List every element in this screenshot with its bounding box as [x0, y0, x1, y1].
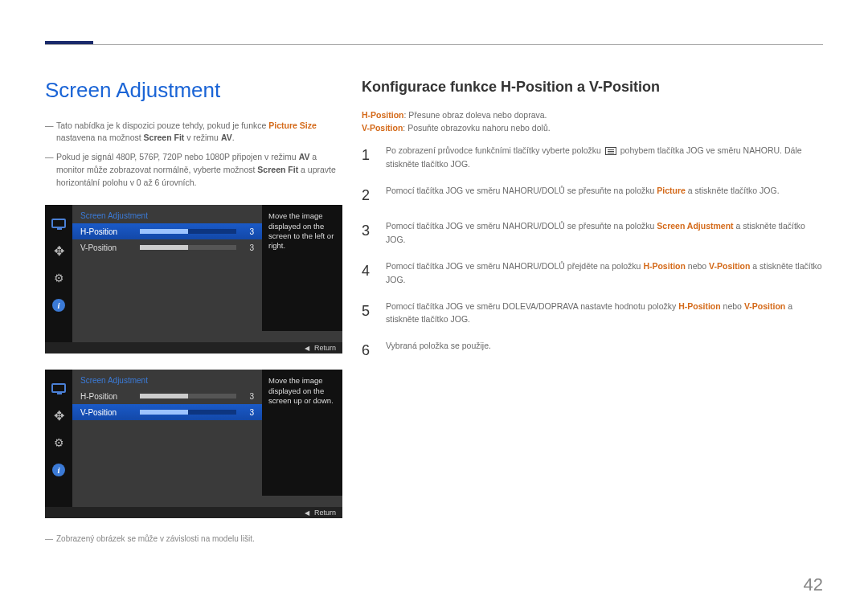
text: nastavena na možnost: [56, 133, 144, 142]
keyword: Screen Fit: [257, 165, 298, 174]
value: 3: [236, 243, 254, 252]
osd-row-vposition: V-Position 3: [72, 404, 262, 420]
step-number: 1: [362, 144, 375, 167]
keyword: H-Position: [362, 110, 404, 120]
step-number: 2: [362, 184, 375, 207]
keyword: V-Position: [709, 261, 750, 271]
text: nebo: [721, 301, 744, 311]
keyword: AV: [299, 152, 310, 161]
step-1: 1 Po zobrazení průvodce funkčními tlačít…: [362, 144, 823, 171]
gear-icon: ⚙: [50, 434, 68, 452]
step-5: 5 Pomocí tlačítka JOG ve směru DOLEVA/DO…: [362, 300, 823, 327]
text: : Přesune obraz doleva nebo doprava.: [404, 110, 547, 120]
page-number: 42: [804, 574, 823, 595]
section-heading: Screen Adjustment: [45, 79, 342, 102]
osd-body: Screen Adjustment H-Position 3 V-Positio…: [72, 205, 342, 342]
step-number: 4: [362, 260, 375, 283]
return-label: Return: [314, 344, 336, 352]
step-number: 3: [362, 219, 375, 243]
text: Po zobrazení průvodce funkčními tlačítky…: [386, 145, 604, 155]
slider: [140, 410, 236, 415]
subsection-heading: Konfigurace funkce H-Position a V-Positi…: [362, 79, 823, 96]
figure-caption: Zobrazený obrázek se může v závislosti n…: [45, 534, 342, 543]
note-2: Pokud je signál 480P, 576P, 720P nebo 10…: [45, 151, 342, 189]
osd-row-vposition: V-Position 3: [72, 239, 262, 255]
slider: [140, 245, 236, 250]
osd-help: Move the image displayed on the screen u…: [262, 370, 342, 496]
definition-v: V-Position: Posuňte obrazovku nahoru neb…: [362, 123, 823, 133]
value: 3: [236, 392, 254, 401]
osd-sidebar: ✥ ⚙ i: [45, 370, 72, 507]
step-6: 6 Vybraná položka se použije.: [362, 339, 823, 362]
keyword: V-Position: [744, 301, 785, 311]
text: Pomocí tlačítka JOG ve směru DOLEVA/DOPR…: [386, 301, 678, 311]
text: nebo: [686, 261, 709, 271]
slider: [140, 229, 236, 234]
osd-footer: ◀ Return: [45, 342, 342, 353]
osd-title: Screen Adjustment: [72, 370, 262, 388]
label: V-Position: [80, 408, 140, 417]
back-icon: ◀: [305, 509, 309, 517]
keyword: Screen Adjustment: [657, 221, 733, 231]
monitor-icon: [50, 379, 68, 397]
step-number: 5: [362, 300, 375, 323]
slider: [140, 394, 236, 398]
osd-title: Screen Adjustment: [72, 205, 262, 223]
text: .: [232, 133, 235, 142]
osd-row-hposition: H-Position 3: [72, 388, 262, 404]
keyword: Screen Fit: [144, 133, 185, 142]
text: a stiskněte tlačítko JOG.: [686, 186, 780, 195]
keyword: Picture: [657, 186, 686, 195]
text: : Posuňte obrazovku nahoru nebo dolů.: [403, 123, 550, 133]
text: Vybraná položka se použije.: [386, 339, 823, 353]
left-column: Screen Adjustment Tato nabídka je k disp…: [45, 79, 342, 543]
osd-help: Move the image displayed on the screen t…: [262, 205, 342, 331]
step-list: 1 Po zobrazení průvodce funkčními tlačít…: [362, 144, 823, 362]
keyword: H-Position: [678, 301, 721, 311]
menu-icon: [605, 147, 616, 155]
text: Pomocí tlačítka JOG ve směru NAHORU/DOLŮ…: [386, 261, 643, 271]
osd-sidebar: ✥ ⚙ i: [45, 205, 72, 342]
label: H-Position: [80, 227, 140, 236]
note-1: Tato nabídka je k dispozici pouze tehdy,…: [45, 120, 342, 145]
osd-screenshot-2: ✥ ⚙ i Screen Adjustment H-Position 3 V-P…: [45, 370, 342, 518]
adjust-icon: ✥: [50, 242, 68, 260]
text: Pomocí tlačítka JOG ve směru NAHORU/DOLŮ…: [386, 186, 657, 195]
value: 3: [236, 227, 254, 236]
text: Pokud je signál 480P, 576P, 720P nebo 10…: [56, 152, 299, 161]
step-number: 6: [362, 339, 375, 362]
adjust-icon: ✥: [50, 407, 68, 424]
osd-row-hposition: H-Position 3: [72, 223, 262, 239]
keyword: H-Position: [643, 261, 686, 271]
right-column: Konfigurace funkce H-Position a V-Positi…: [362, 79, 823, 375]
info-icon: i: [50, 296, 68, 314]
text: Pomocí tlačítka JOG ve směru NAHORU/DOLŮ…: [386, 221, 657, 231]
step-4: 4 Pomocí tlačítka JOG ve směru NAHORU/DO…: [362, 260, 823, 287]
monitor-icon: [50, 215, 68, 232]
step-3: 3 Pomocí tlačítka JOG ve směru NAHORU/DO…: [362, 219, 823, 247]
keyword: V-Position: [362, 123, 403, 133]
info-icon: i: [50, 461, 68, 479]
step-2: 2 Pomocí tlačítka JOG ve směru NAHORU/DO…: [362, 184, 823, 207]
label: H-Position: [80, 392, 140, 401]
label: V-Position: [80, 243, 140, 252]
gear-icon: ⚙: [50, 269, 68, 287]
osd-body: Screen Adjustment H-Position 3 V-Positio…: [72, 370, 342, 507]
keyword: Picture Size: [268, 121, 317, 130]
osd-screenshot-1: ✥ ⚙ i Screen Adjustment H-Position 3 V-P…: [45, 205, 342, 353]
text: Tato nabídka je k dispozici pouze tehdy,…: [56, 121, 268, 130]
keyword: AV: [221, 133, 232, 142]
back-icon: ◀: [305, 345, 309, 352]
return-label: Return: [314, 509, 336, 517]
header-divider: [45, 44, 823, 45]
text: v režimu: [184, 133, 221, 142]
osd-footer: ◀ Return: [45, 507, 342, 518]
definition-h: H-Position: Přesune obraz doleva nebo do…: [362, 110, 823, 120]
value: 3: [236, 408, 254, 417]
